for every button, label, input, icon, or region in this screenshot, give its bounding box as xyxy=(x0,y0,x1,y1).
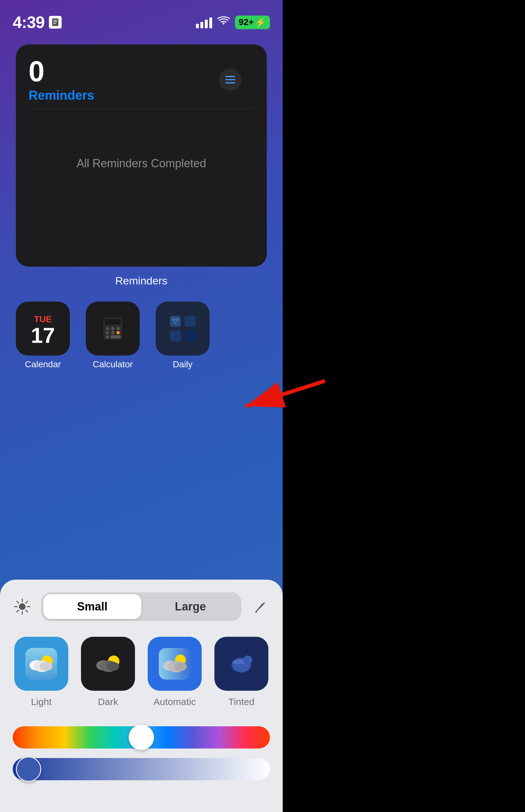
widget-card: 0 Reminders All Reminders Completed xyxy=(16,44,267,267)
hue-slider-thumb[interactable] xyxy=(129,725,154,750)
tinted-style-label: Tinted xyxy=(228,696,254,707)
app-icons-row: TUE 17 Calendar xyxy=(16,302,210,369)
battery-badge: 92+ ⚡ xyxy=(235,16,270,29)
svg-point-48 xyxy=(174,662,187,671)
svg-rect-20 xyxy=(184,331,195,341)
tinted-style-icon xyxy=(214,637,268,691)
widget-label-below: Reminders xyxy=(0,275,283,287)
bottom-sheet: Small Large xyxy=(0,580,283,812)
calendar-app[interactable]: TUE 17 Calendar xyxy=(16,302,70,369)
light-style-label: Light xyxy=(31,696,51,707)
svg-point-12 xyxy=(106,331,109,334)
status-bar: 4:39 92+ ⚡ xyxy=(0,0,283,35)
hue-slider-wrap xyxy=(13,726,270,780)
svg-point-43 xyxy=(106,662,119,671)
svg-line-31 xyxy=(26,601,28,603)
pencil-button[interactable] xyxy=(251,597,270,616)
svg-point-52 xyxy=(243,656,252,664)
svg-rect-1 xyxy=(54,20,57,21)
svg-rect-19 xyxy=(170,331,181,341)
sheet-top-row: Small Large xyxy=(13,592,270,621)
wifi-icon xyxy=(217,16,230,29)
svg-point-15 xyxy=(106,335,109,338)
svg-point-38 xyxy=(40,662,52,671)
calculator-app[interactable]: Calculator xyxy=(86,302,140,369)
brightness-icon xyxy=(13,597,32,616)
icon-option-automatic[interactable]: Automatic xyxy=(146,637,203,707)
size-large-button[interactable]: Large xyxy=(141,594,239,619)
svg-point-23 xyxy=(174,321,177,324)
signal-bars xyxy=(196,16,212,28)
svg-point-10 xyxy=(111,327,114,330)
svg-line-29 xyxy=(17,601,19,603)
svg-point-9 xyxy=(106,327,109,330)
widget-title: Reminders xyxy=(29,88,254,103)
calculator-icon xyxy=(86,302,140,355)
svg-rect-8 xyxy=(105,319,121,325)
svg-point-13 xyxy=(111,331,114,334)
icon-option-dark[interactable]: Dark xyxy=(79,637,137,707)
svg-point-11 xyxy=(117,327,120,330)
size-small-button[interactable]: Small xyxy=(43,594,141,619)
status-icons: 92+ ⚡ xyxy=(196,16,270,29)
calendar-icon: TUE 17 xyxy=(16,302,70,355)
svg-line-32 xyxy=(17,610,19,612)
size-toggle[interactable]: Small Large xyxy=(41,592,241,621)
daily-icon xyxy=(156,302,210,355)
phone-background: 4:39 92+ ⚡ 0 Reminders xyxy=(0,0,283,812)
svg-point-24 xyxy=(19,603,26,610)
light-style-icon xyxy=(14,637,68,691)
svg-point-21 xyxy=(172,318,175,321)
saturation-slider-thumb[interactable] xyxy=(16,756,41,782)
dark-style-icon xyxy=(81,637,135,691)
icon-option-tinted[interactable]: Tinted xyxy=(213,637,270,707)
svg-point-14 xyxy=(117,331,120,334)
widget-menu-button[interactable] xyxy=(219,68,241,91)
svg-rect-16 xyxy=(110,335,121,338)
hue-slider-track[interactable] xyxy=(13,726,270,749)
automatic-style-icon xyxy=(148,637,202,691)
saturation-slider-track[interactable] xyxy=(13,758,270,780)
svg-rect-2 xyxy=(54,21,57,22)
daily-app[interactable]: Daily xyxy=(156,302,210,369)
icon-option-light[interactable]: Light xyxy=(13,637,70,707)
svg-rect-3 xyxy=(54,23,56,24)
notification-icon xyxy=(49,16,62,29)
svg-point-22 xyxy=(176,318,179,321)
status-time: 4:39 xyxy=(13,13,44,32)
widget-empty-text: All Reminders Completed xyxy=(29,119,254,208)
svg-line-30 xyxy=(26,610,28,612)
right-black-area xyxy=(283,0,525,812)
svg-rect-18 xyxy=(184,316,195,327)
automatic-style-label: Automatic xyxy=(153,696,196,707)
icon-options-row: Light Dark xyxy=(13,637,270,707)
dark-style-label: Dark xyxy=(98,696,118,707)
